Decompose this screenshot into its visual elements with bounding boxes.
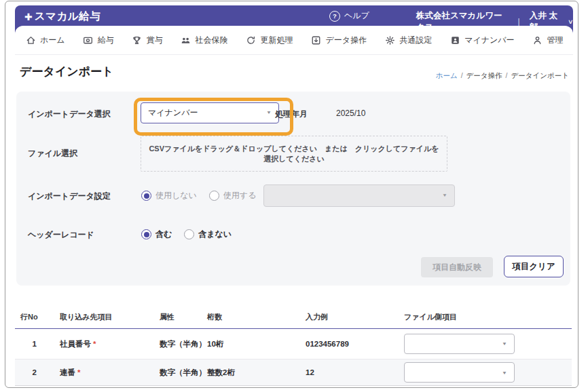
header-record-label: ヘッダーレコード bbox=[28, 229, 94, 241]
nav-item-common-settings[interactable]: 共通設定 bbox=[384, 35, 432, 46]
target-field-name: 社員番号* bbox=[60, 339, 96, 349]
required-mark: * bbox=[77, 368, 80, 376]
gear-icon bbox=[384, 35, 395, 45]
import-data-setting-radios: 使用しない使用する bbox=[141, 190, 261, 201]
account-divider: | bbox=[518, 17, 520, 26]
radio-icon[interactable] bbox=[209, 191, 219, 201]
refresh-icon bbox=[246, 35, 257, 45]
example-value: 12 bbox=[306, 368, 314, 376]
attribute-value: 数字（半角） bbox=[160, 339, 206, 349]
import-settings-panel: インポートデータ選択 マイナンバー ▼ 処理年月 2025/10 ファイル選択 … bbox=[16, 92, 570, 286]
table-header-row: 行No取り込み先項目属性桁数入力例ファイル側項目 bbox=[15, 305, 572, 329]
id-card-icon bbox=[449, 35, 460, 45]
nav-item-admin[interactable]: 管理 bbox=[532, 35, 564, 46]
app-logo[interactable]: ✚ スマカル給与 bbox=[24, 9, 100, 24]
people-icon bbox=[181, 35, 191, 45]
nav-item-label: データ操作 bbox=[326, 35, 367, 46]
chevron-down-icon[interactable]: ∨ bbox=[568, 18, 574, 25]
nav-item-label: 更新処理 bbox=[261, 35, 293, 46]
plus-logo-icon: ✚ bbox=[24, 12, 33, 22]
import-data-setting-label: インポートデータ設定 bbox=[28, 191, 111, 202]
radio-option-label: 使用する bbox=[223, 190, 257, 201]
caret-down-icon: ▼ bbox=[502, 370, 507, 374]
file-item-select[interactable]: ▼ bbox=[404, 334, 515, 354]
auto-reflect-button: 項目自動反映 bbox=[421, 257, 493, 277]
nav-item-mynumber[interactable]: マイナンバー bbox=[449, 35, 514, 46]
nav-item-label: マイナンバー bbox=[464, 35, 514, 46]
data-download-icon bbox=[311, 35, 322, 45]
example-value: 0123456789 bbox=[306, 340, 349, 348]
nav-item-social-insurance[interactable]: 社会保険 bbox=[181, 35, 228, 46]
import-setting-select: ▼ bbox=[263, 184, 455, 207]
row-number: 2 bbox=[16, 368, 37, 376]
file-select-label: ファイル選択 bbox=[28, 148, 77, 159]
breadcrumb-item: データ操作 bbox=[466, 71, 502, 81]
breadcrumb: ホーム/データ操作/データインポート bbox=[436, 71, 569, 81]
mapping-table: 行No取り込み先項目属性桁数入力例ファイル側項目1社員番号*数字（半角）10桁0… bbox=[15, 305, 572, 386]
nav-item-label: 賞与 bbox=[147, 35, 163, 46]
nav-item-bonus[interactable]: 賞与 bbox=[132, 35, 163, 46]
nav-item-update[interactable]: 更新処理 bbox=[246, 35, 293, 46]
import-data-select-label: インポートデータ選択 bbox=[28, 109, 111, 120]
nav-item-payroll[interactable]: 給与 bbox=[83, 35, 114, 46]
radio-option-label: 使用しない bbox=[155, 190, 197, 201]
help-button[interactable]: ? ヘルプ bbox=[329, 10, 369, 22]
breadcrumb-separator: / bbox=[506, 71, 508, 81]
digits-value: 10桁 bbox=[207, 339, 223, 349]
import-data-select-value: マイナンバー bbox=[148, 107, 198, 119]
nav-item-label: 給与 bbox=[98, 35, 114, 46]
home-icon bbox=[25, 35, 36, 45]
header-record-radios: 含む含まない bbox=[141, 229, 237, 240]
radio-option-label: 含まない bbox=[198, 229, 232, 240]
table-column-header: 取り込み先項目 bbox=[60, 312, 113, 322]
nav-item-label: 共通設定 bbox=[399, 35, 432, 46]
target-field-name: 連番* bbox=[60, 368, 80, 378]
help-label: ヘルプ bbox=[344, 10, 369, 22]
nav-item-label: 社会保険 bbox=[196, 35, 228, 46]
radio-icon[interactable] bbox=[184, 229, 194, 239]
header-record-option[interactable]: 含まない bbox=[184, 229, 232, 240]
processing-month-value: 2025/10 bbox=[336, 109, 365, 118]
nav-item-home[interactable]: ホーム bbox=[25, 35, 65, 46]
radio-option-label: 含む bbox=[155, 229, 172, 240]
processing-month-label: 処理年月 bbox=[275, 109, 308, 120]
radio-icon[interactable] bbox=[141, 191, 151, 201]
header-record-option[interactable]: 含む bbox=[141, 229, 172, 240]
attribute-value: 数字（半角） bbox=[160, 368, 206, 378]
breadcrumb-item[interactable]: ホーム bbox=[436, 71, 458, 81]
person-icon bbox=[532, 35, 543, 45]
breadcrumb-item: データインポート bbox=[511, 71, 569, 81]
help-icon: ? bbox=[329, 11, 340, 22]
csv-dropzone-text: CSVファイルをドラッグ＆ドロップしてください または クリックしてファイルを選… bbox=[147, 144, 441, 164]
table-row: 2連番*数字（半角）整数2桁12▼ bbox=[15, 359, 572, 386]
caret-down-icon: ▼ bbox=[266, 111, 272, 115]
main-nav: ホーム給与賞与社会保険更新処理データ操作共通設定マイナンバー管理 bbox=[15, 26, 573, 55]
table-column-header: ファイル側項目 bbox=[404, 312, 457, 322]
row-number: 1 bbox=[16, 340, 37, 348]
table-row: 1社員番号*数字（半角）10桁0123456789▼ bbox=[15, 329, 572, 359]
clear-items-button[interactable]: 項目クリア bbox=[504, 256, 564, 277]
nav-item-data-ops[interactable]: データ操作 bbox=[311, 35, 367, 46]
page-title: データインポート bbox=[20, 64, 113, 79]
table-column-header: 桁数 bbox=[207, 312, 222, 322]
import-data-setting-option[interactable]: 使用する bbox=[209, 190, 257, 201]
required-mark: * bbox=[93, 340, 96, 348]
nav-item-label: 管理 bbox=[547, 35, 564, 46]
caret-down-icon: ▼ bbox=[442, 193, 447, 198]
table-column-header: 入力例 bbox=[306, 312, 328, 322]
csv-dropzone[interactable]: CSVファイルをドラッグ＆ドロップしてください または クリックしてファイルを選… bbox=[141, 136, 447, 172]
import-data-select[interactable]: マイナンバー ▼ bbox=[141, 102, 279, 123]
nav-item-label: ホーム bbox=[40, 35, 65, 46]
table-column-header: 属性 bbox=[160, 312, 174, 322]
app-logo-label: スマカル給与 bbox=[35, 9, 100, 24]
caret-down-icon: ▼ bbox=[502, 341, 507, 346]
content-card: ホーム給与賞与社会保険更新処理データ操作共通設定マイナンバー管理 データインポー… bbox=[15, 26, 573, 387]
import-data-setting-option[interactable]: 使用しない bbox=[141, 190, 197, 201]
table-column-header: 行No bbox=[20, 312, 38, 322]
bonus-trophy-icon bbox=[132, 35, 143, 45]
file-item-select[interactable]: ▼ bbox=[404, 362, 515, 383]
digits-value: 整数2桁 bbox=[207, 368, 235, 378]
payroll-icon bbox=[83, 35, 94, 45]
breadcrumb-separator: / bbox=[461, 71, 463, 81]
radio-icon[interactable] bbox=[141, 229, 151, 239]
